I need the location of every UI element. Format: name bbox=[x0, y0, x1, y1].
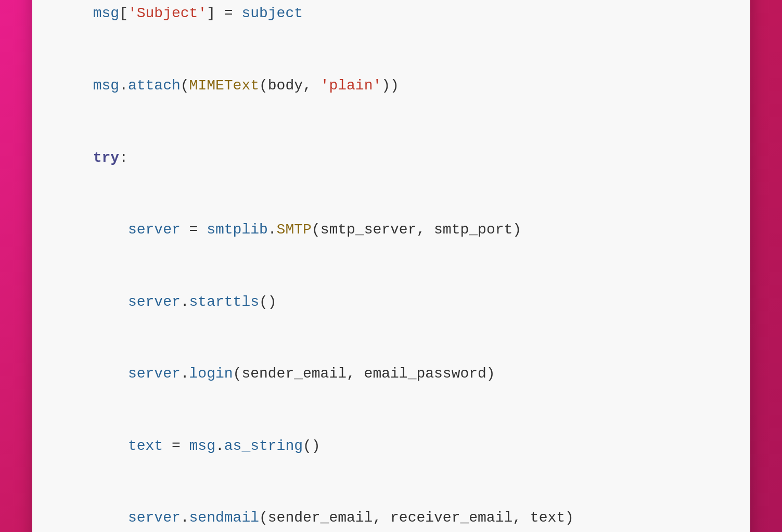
line-10: server.login(sender_email, email_passwor… bbox=[58, 362, 724, 386]
line-5: msg['Subject'] = subject bbox=[58, 2, 724, 25]
code-block: def send_email(subject, body): msg = MIM… bbox=[58, 0, 724, 532]
line-9: server.starttls() bbox=[58, 290, 724, 314]
line-12: server.sendmail(sender_email, receiver_e… bbox=[58, 506, 724, 530]
code-card: def send_email(subject, body): msg = MIM… bbox=[32, 0, 750, 532]
line-8: server = smtplib.SMTP(smtp_server, smtp_… bbox=[58, 218, 724, 242]
line-7: try: bbox=[58, 146, 724, 170]
line-6: msg.attach(MIMEText(body, 'plain')) bbox=[58, 74, 724, 98]
line-11: text = msg.as_string() bbox=[58, 434, 724, 458]
